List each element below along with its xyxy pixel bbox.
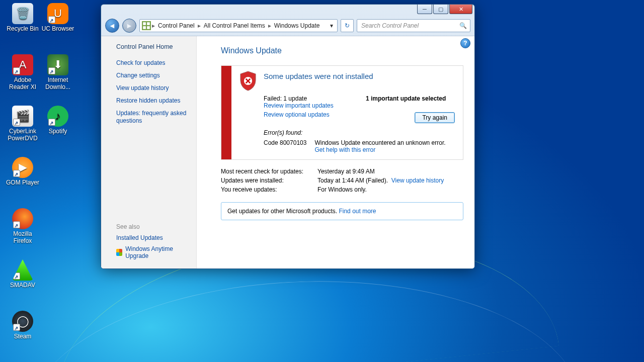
view-history-link[interactable]: View update history (391, 177, 444, 184)
search-icon[interactable]: 🔍 (459, 22, 467, 29)
desktop-icon-steam[interactable]: ◯Steam (4, 311, 41, 340)
failed-count: Failed: 1 update (264, 95, 353, 102)
help-icon[interactable]: ? (460, 38, 470, 48)
last-check-label: Most recent check for updates: (221, 168, 317, 175)
search-box[interactable]: 🔍 (357, 19, 470, 32)
refresh-button[interactable]: ↻ (341, 19, 354, 32)
desktop-icon-smadav[interactable]: SMADAV (4, 259, 41, 289)
breadcrumb-seg-control-panel[interactable]: Control Panel (156, 22, 197, 29)
desktop-icon-idm[interactable]: ⬇Internet Downlo... (39, 54, 76, 90)
receive-value: For Windows only. (317, 186, 367, 193)
svg-rect-1 (143, 22, 146, 25)
task-check-updates[interactable]: Check for updates (116, 59, 188, 67)
control-panel-home-link[interactable]: Control Panel Home (116, 43, 188, 50)
review-important-link[interactable]: Review important updates (264, 102, 353, 109)
search-input[interactable] (360, 22, 459, 30)
try-again-button[interactable]: Try again (415, 112, 455, 123)
desktop-icon-spotify[interactable]: ♪Spotify (39, 106, 76, 135)
breadcrumb-seg-windows-update[interactable]: Windows Update (272, 22, 322, 29)
close-button[interactable]: ✕ (449, 5, 472, 14)
control-panel-window: ─ ▢ ✕ ◄ ► ▸ Control Panel ▸ All Control … (101, 4, 475, 269)
smadav-icon (12, 259, 33, 281)
windows-flag-icon (116, 249, 122, 256)
other-products-text: Get updates for other Microsoft products… (227, 208, 337, 215)
chevron-right-icon[interactable]: ▸ (268, 22, 271, 29)
minimize-button[interactable]: ─ (417, 5, 432, 14)
svg-rect-4 (147, 26, 150, 29)
see-also-header: See also (116, 223, 188, 230)
adobe-reader-icon: A (12, 54, 33, 75)
chevron-right-icon[interactable]: ▸ (152, 22, 155, 29)
client-area: Control Panel Home Check for updates Cha… (101, 36, 474, 268)
page-title: Windows Update (221, 46, 463, 55)
steam-icon: ◯ (12, 311, 33, 332)
last-check-value: Yesterday at 9:49 AM (317, 168, 375, 175)
breadcrumb-seg-all-items[interactable]: All Control Panel Items (202, 22, 267, 29)
address-bar: ◄ ► ▸ Control Panel ▸ All Control Panel … (101, 18, 474, 36)
status-card: Some updates were not installed Failed: … (221, 65, 463, 160)
error-code: Code 80070103 (264, 139, 306, 153)
control-panel-icon (142, 21, 151, 30)
chevron-right-icon[interactable]: ▸ (198, 22, 201, 29)
error-description: Windows Update encountered an unknown er… (314, 139, 445, 146)
sidebar: Control Panel Home Check for updates Cha… (101, 36, 197, 268)
update-info-table: Most recent check for updates:Yesterday … (221, 168, 463, 193)
see-also-installed-updates[interactable]: Installed Updates (116, 234, 188, 241)
task-view-history[interactable]: View update history (116, 84, 188, 92)
svg-rect-3 (143, 26, 146, 29)
task-change-settings[interactable]: Change settings (116, 72, 188, 79)
find-out-more-link[interactable]: Find out more (339, 208, 376, 215)
trash-icon: 🗑️ (12, 3, 33, 24)
task-restore-hidden[interactable]: Restore hidden updates (116, 97, 188, 105)
selected-summary: 1 important update selected (366, 95, 455, 102)
desktop-icon-gom[interactable]: ▶GOM Player (4, 157, 41, 186)
spotify-icon: ♪ (47, 106, 68, 127)
receive-label: You receive updates: (221, 186, 317, 193)
desktop-icon-uc-browser[interactable]: UUC Browser (39, 3, 76, 32)
powerdvd-icon: 🎬 (12, 106, 33, 127)
status-accent-bar (221, 66, 231, 159)
firefox-icon (12, 208, 33, 229)
gom-icon: ▶ (12, 157, 33, 178)
other-products-panel: Get updates for other Microsoft products… (221, 202, 463, 220)
see-also-anytime-upgrade[interactable]: Windows Anytime Upgrade (116, 245, 188, 259)
desktop-icon-recycle-bin[interactable]: 🗑️Recycle Bin (4, 3, 41, 32)
desktop-icon-adobe-reader[interactable]: AAdobe Reader XI (4, 54, 41, 90)
main-content: ? Windows Update Some updates were not i… (197, 36, 474, 268)
installed-label: Updates were installed: (221, 177, 317, 184)
breadcrumb[interactable]: ▸ Control Panel ▸ All Control Panel Item… (139, 19, 338, 32)
shield-error-icon (239, 71, 257, 91)
breadcrumb-dropdown[interactable]: ▾ (328, 22, 335, 29)
get-help-link[interactable]: Get help with this error (314, 146, 445, 153)
status-headline: Some updates were not installed (264, 72, 373, 80)
task-faq[interactable]: Updates: frequently asked questions (116, 110, 188, 125)
desktop-icon-powerdvd[interactable]: 🎬CyberLink PowerDVD (4, 106, 41, 142)
idm-icon: ⬇ (47, 54, 68, 75)
forward-button[interactable]: ► (122, 19, 136, 33)
review-optional-link[interactable]: Review optional updates (264, 111, 353, 118)
desktop-icon-firefox[interactable]: Mozilla Firefox (4, 208, 41, 244)
back-button[interactable]: ◄ (105, 19, 119, 33)
installed-value: Today at 1:44 AM (Failed). (317, 177, 388, 184)
uc-browser-icon: U (47, 3, 68, 24)
maximize-button[interactable]: ▢ (433, 5, 448, 14)
svg-rect-2 (147, 22, 150, 25)
errors-found-label: Error(s) found: (264, 129, 455, 136)
titlebar[interactable]: ─ ▢ ✕ (101, 5, 474, 18)
